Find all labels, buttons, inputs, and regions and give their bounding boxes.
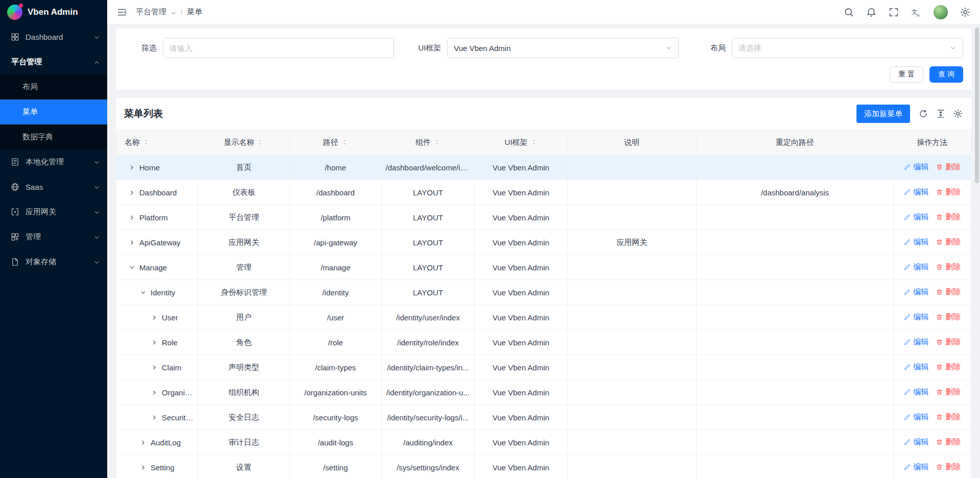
sidebar-item-dashboard[interactable]: Dashboard bbox=[0, 24, 107, 49]
edit-button[interactable]: 编辑 bbox=[903, 362, 928, 372]
edit-button[interactable]: 编辑 bbox=[903, 212, 928, 222]
row-expand-icon[interactable] bbox=[140, 289, 146, 296]
layout-select[interactable]: 请选择 bbox=[732, 38, 963, 58]
sort-caret-icon[interactable] bbox=[341, 139, 348, 146]
row-expand-icon[interactable] bbox=[151, 314, 158, 321]
row-expand-icon[interactable] bbox=[140, 439, 146, 446]
delete-button[interactable]: 删除 bbox=[936, 237, 961, 247]
row-expand-icon[interactable] bbox=[129, 189, 135, 196]
delete-button[interactable]: 删除 bbox=[936, 387, 961, 397]
delete-button[interactable]: 删除 bbox=[936, 462, 961, 472]
sidebar-subitem-dict[interactable]: 数据字典 bbox=[0, 124, 107, 149]
edit-button[interactable]: 编辑 bbox=[903, 337, 928, 347]
table-row[interactable]: Role角色/role/identity/role/indexVue Vben … bbox=[116, 330, 971, 355]
query-button[interactable]: 查 询 bbox=[929, 66, 963, 83]
column-header-name[interactable]: 名称 bbox=[116, 130, 198, 155]
edit-button[interactable]: 编辑 bbox=[903, 312, 928, 322]
edit-button[interactable]: 编辑 bbox=[903, 387, 928, 397]
row-expand-icon[interactable] bbox=[151, 389, 158, 396]
sidebar-item-saas[interactable]: Saas bbox=[0, 174, 107, 199]
sidebar-subitem-layout[interactable]: 布局 bbox=[0, 74, 107, 99]
column-header-framework[interactable]: UI框架 bbox=[475, 130, 568, 155]
row-expand-icon[interactable] bbox=[151, 339, 158, 346]
table-row[interactable]: Home首页/home/dashboard/welcome/in...Vue V… bbox=[116, 155, 971, 180]
edit-button[interactable]: 编辑 bbox=[903, 237, 928, 247]
table-row[interactable]: ApiGateway应用网关/api-gatewayLAYOUTVue Vben… bbox=[116, 230, 971, 255]
refresh-button[interactable] bbox=[918, 109, 928, 119]
column-settings-button[interactable] bbox=[953, 109, 963, 119]
table-row[interactable]: User用户/user/identity/user/indexVue Vben … bbox=[116, 305, 971, 330]
fullscreen-button[interactable] bbox=[888, 7, 899, 18]
settings-button[interactable] bbox=[960, 7, 971, 18]
sidebar-item-gateway[interactable]: 应用网关 bbox=[0, 199, 107, 224]
sort-caret-icon[interactable] bbox=[530, 139, 537, 146]
edit-button[interactable]: 编辑 bbox=[903, 437, 928, 447]
delete-label: 删除 bbox=[945, 262, 961, 272]
edit-button[interactable]: 编辑 bbox=[903, 262, 928, 272]
edit-button[interactable]: 编辑 bbox=[903, 462, 928, 472]
delete-button[interactable]: 删除 bbox=[936, 287, 961, 297]
table-row[interactable]: Setting设置/setting/sys/settings/indexVue … bbox=[116, 455, 971, 478]
column-header-display_name[interactable]: 显示名称 bbox=[198, 130, 290, 155]
delete-button[interactable]: 删除 bbox=[936, 212, 961, 222]
table-row[interactable]: Claim声明类型/claim-types/identity/claim-typ… bbox=[116, 355, 971, 380]
sort-caret-icon[interactable] bbox=[142, 139, 150, 146]
sort-caret-icon[interactable] bbox=[433, 139, 440, 146]
edit-button[interactable]: 编辑 bbox=[903, 162, 928, 172]
edit-button[interactable]: 编辑 bbox=[903, 287, 928, 297]
cell-component: LAYOUT bbox=[381, 230, 475, 255]
cell-path: /user bbox=[290, 305, 382, 330]
delete-button[interactable]: 删除 bbox=[936, 412, 961, 422]
sidebar-item-platform[interactable]: 平台管理 bbox=[0, 49, 107, 74]
delete-button[interactable]: 删除 bbox=[936, 362, 961, 372]
bell-button[interactable] bbox=[866, 7, 877, 18]
ui-framework-select[interactable]: Vue Vben Admin bbox=[447, 38, 678, 58]
avatar[interactable] bbox=[933, 5, 948, 20]
cell-display_name: 平台管理 bbox=[198, 205, 290, 230]
row-expand-icon[interactable] bbox=[129, 214, 135, 221]
ui-framework-value: Vue Vben Admin bbox=[454, 44, 510, 53]
table-row[interactable]: Identity身份标识管理/identityLAYOUTVue Vben Ad… bbox=[116, 280, 971, 305]
sidebar-item-manage[interactable]: 管理 bbox=[0, 224, 107, 249]
sort-caret-icon[interactable] bbox=[257, 139, 264, 146]
column-height-button[interactable] bbox=[936, 109, 946, 119]
row-name: Manage bbox=[139, 263, 167, 272]
filter-field: 筛选 bbox=[124, 38, 408, 58]
edit-button[interactable]: 编辑 bbox=[903, 412, 928, 422]
delete-button[interactable]: 删除 bbox=[936, 437, 961, 447]
table-row[interactable]: Organiz...组织机构/organization-units/identi… bbox=[116, 380, 971, 405]
delete-button[interactable]: 删除 bbox=[936, 162, 961, 172]
column-header-path[interactable]: 路径 bbox=[290, 130, 382, 155]
table-row[interactable]: Manage管理/manageLAYOUTVue Vben Admin编辑删除 bbox=[116, 255, 971, 280]
sidebar-item-localization[interactable]: 本地化管理 bbox=[0, 149, 107, 174]
chevron-down-icon bbox=[93, 34, 100, 40]
delete-button[interactable]: 删除 bbox=[936, 312, 961, 322]
row-expand-icon[interactable] bbox=[151, 414, 158, 421]
sidebar-collapse-button[interactable] bbox=[116, 7, 128, 18]
sidebar-subitem-menu[interactable]: 菜单 bbox=[0, 99, 107, 124]
sidebar-item-storage[interactable]: 对象存储 bbox=[0, 249, 107, 274]
scrollbar-thumb[interactable] bbox=[975, 28, 979, 183]
delete-button[interactable]: 删除 bbox=[936, 337, 961, 347]
delete-button[interactable]: 删除 bbox=[936, 187, 961, 197]
table-row[interactable]: Platform平台管理/platformLAYOUTVue Vben Admi… bbox=[116, 205, 971, 230]
table-row[interactable]: Security...安全日志/security-logs/identity/s… bbox=[116, 405, 971, 430]
page-scrollbar[interactable] bbox=[974, 26, 979, 476]
breadcrumb-item-platform[interactable]: 平台管理 bbox=[136, 7, 166, 17]
search-button[interactable] bbox=[843, 7, 854, 18]
row-expand-icon[interactable] bbox=[129, 164, 135, 171]
reset-button[interactable]: 重 置 bbox=[890, 66, 923, 83]
edit-button[interactable]: 编辑 bbox=[903, 187, 928, 197]
add-menu-button[interactable]: 添加新菜单 bbox=[856, 105, 910, 123]
row-expand-icon[interactable] bbox=[151, 364, 158, 371]
row-expand-icon[interactable] bbox=[140, 464, 146, 471]
app-logo[interactable]: Vben Admin bbox=[0, 0, 107, 24]
translate-button[interactable]: 文A bbox=[911, 7, 922, 18]
row-expand-icon[interactable] bbox=[129, 239, 135, 246]
delete-button[interactable]: 删除 bbox=[936, 262, 961, 272]
table-row[interactable]: Dashboard仪表板/dashboardLAYOUTVue Vben Adm… bbox=[116, 180, 971, 205]
column-header-component[interactable]: 组件 bbox=[381, 130, 475, 155]
table-row[interactable]: AuditLog审计日志/audit-logs/auditing/indexVu… bbox=[116, 430, 971, 455]
filter-input[interactable] bbox=[163, 38, 394, 58]
row-expand-icon[interactable] bbox=[129, 264, 135, 271]
